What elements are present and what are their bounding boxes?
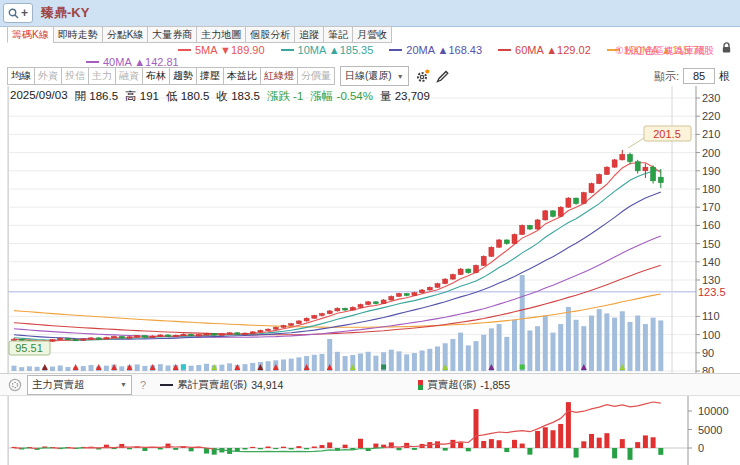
chevron-down-icon: ▼ <box>397 73 404 80</box>
cumulative-line-legend: 累計買賣超(張) 34,914 <box>160 378 283 392</box>
svg-text:160: 160 <box>702 219 720 231</box>
magnifier-icon <box>8 8 19 19</box>
toolbar-button-0[interactable]: 均線 <box>7 67 35 85</box>
toolbar-button-1[interactable]: 外資 <box>34 67 62 85</box>
ma-line-swatch <box>389 49 402 51</box>
svg-text:220: 220 <box>702 110 720 122</box>
svg-text:140: 140 <box>702 256 720 268</box>
svg-text:0: 0 <box>698 442 704 454</box>
panel-settings-icon[interactable] <box>8 378 22 392</box>
price-plot[interactable]: 2302202102001901801701601501401301101009… <box>0 86 740 373</box>
ma-legend-60ma: 60MA ▲129.02 <box>498 44 591 56</box>
svg-text:150: 150 <box>702 238 720 250</box>
ma-line-swatch <box>86 61 99 63</box>
svg-text:90: 90 <box>702 347 714 359</box>
tab-1[interactable]: 即時走勢 <box>53 26 103 43</box>
ma-line-swatch <box>178 49 191 51</box>
svg-text:230: 230 <box>702 92 720 104</box>
tab-7[interactable]: 筆記 <box>323 26 353 43</box>
display-bars-control: 顯示: 根 <box>654 68 730 84</box>
indicator-dropdown[interactable]: 主力買賣超 ▼ <box>27 375 132 395</box>
svg-text:80: 80 <box>702 365 714 373</box>
tab-3[interactable]: 大量券商 <box>147 26 197 43</box>
toolbar-button-5[interactable]: 布林 <box>142 67 170 85</box>
stock-chart-app: + 臻鼎-KY 籌碼K線即時走勢分點K線大量券商主力地圖個股分析追蹤筆記月營收 … <box>0 0 740 465</box>
ma-line-swatch <box>498 49 511 51</box>
period-value: 日線(還原) <box>345 69 392 83</box>
toolbar-button-4[interactable]: 融資 <box>115 67 143 85</box>
tab-bar: 籌碼K線即時走勢分點K線大量券商主力地圖個股分析追蹤筆記月營收 <box>8 26 392 43</box>
ohlc-readout: 2025/09/03 開 186.5 高 191 低 180.5 收 183.5… <box>10 89 430 104</box>
toolbar-button-6[interactable]: 趨勢 <box>169 67 197 85</box>
period-dropdown[interactable]: 日線(還原)▼ <box>340 66 409 86</box>
lock-icon[interactable] <box>721 42 732 54</box>
svg-text:201.5: 201.5 <box>653 128 681 140</box>
netbuy-bar-legend: 買賣超(張) -1,855 <box>418 378 510 392</box>
title-bar: + 臻鼎-KY <box>0 0 740 27</box>
svg-text:180: 180 <box>702 183 720 195</box>
svg-text:170: 170 <box>702 201 720 213</box>
stock-title: 臻鼎-KY <box>41 4 89 22</box>
bars-count-input[interactable] <box>683 68 715 84</box>
tab-2[interactable]: 分點K線 <box>102 26 149 43</box>
svg-text:200: 200 <box>702 147 720 159</box>
main-candlestick-chart[interactable]: 2025/09/03 開 186.5 高 191 低 180.5 收 183.5… <box>0 86 740 373</box>
tab-4[interactable]: 主力地圖 <box>196 26 246 43</box>
ma-legend-10ma: 10MA ▲185.35 <box>281 44 374 56</box>
svg-text:100: 100 <box>702 329 720 341</box>
display-unit: 根 <box>719 69 730 84</box>
toolbar-button-7[interactable]: 撐壓 <box>196 67 224 85</box>
tab-6[interactable]: 追蹤 <box>294 26 324 43</box>
bar-swatch <box>418 380 423 390</box>
ma-legend-20ma: 20MA ▲168.43 <box>389 44 482 56</box>
indicator-toolbar: 均線外資投信主力融資布林趨勢撐壓本益比紅綠燈分價量日線(還原)▼ <box>8 66 450 86</box>
tab-0[interactable]: 籌碼K線 <box>7 26 54 43</box>
toolbar-button-3[interactable]: 主力 <box>88 67 116 85</box>
netbuy-sub-chart[interactable]: 1000050000 <box>0 396 740 465</box>
date: 2025/09/03 <box>10 89 68 104</box>
toolbar-button-10[interactable]: 分價量 <box>297 67 335 85</box>
help-icon[interactable]: ? <box>140 379 146 391</box>
ma-line-swatch <box>281 49 294 51</box>
svg-text:5000: 5000 <box>698 424 722 436</box>
stock-search-button[interactable]: + <box>3 3 33 23</box>
pencil-draw-icon[interactable] <box>436 69 450 83</box>
ma-legend-5ma: 5MA ▼189.90 <box>178 44 265 56</box>
svg-text:190: 190 <box>702 165 720 177</box>
chevron-down-icon: ▼ <box>120 381 127 388</box>
toolbar-button-9[interactable]: 紅綠燈 <box>260 67 298 85</box>
svg-text:210: 210 <box>702 128 720 140</box>
line-swatch <box>160 384 173 386</box>
svg-text:130: 130 <box>702 274 720 286</box>
toolbar-button-8[interactable]: 本益比 <box>223 67 261 85</box>
svg-text:123.5: 123.5 <box>698 286 726 298</box>
display-label: 顯示: <box>654 69 679 84</box>
settings-gear-icon[interactable] <box>415 69 430 84</box>
tab-8[interactable]: 月營收 <box>352 26 392 43</box>
toolbar-button-2[interactable]: 投信 <box>61 67 89 85</box>
sub-chart-header: 主力買賣超 ▼ ? 累計買賣超(張) 34,914 買賣超(張) -1,855 <box>0 373 740 396</box>
indicator-dropdown-value: 主力買賣超 <box>32 378 85 392</box>
svg-text:95.51: 95.51 <box>15 342 43 354</box>
pink-area-note: ①粉紅色區塊為庫藏股 <box>615 44 714 58</box>
add-stock-icon[interactable]: + <box>21 7 28 19</box>
svg-text:110: 110 <box>702 310 720 322</box>
tab-5[interactable]: 個股分析 <box>245 26 295 43</box>
svg-text:10000: 10000 <box>698 405 729 417</box>
